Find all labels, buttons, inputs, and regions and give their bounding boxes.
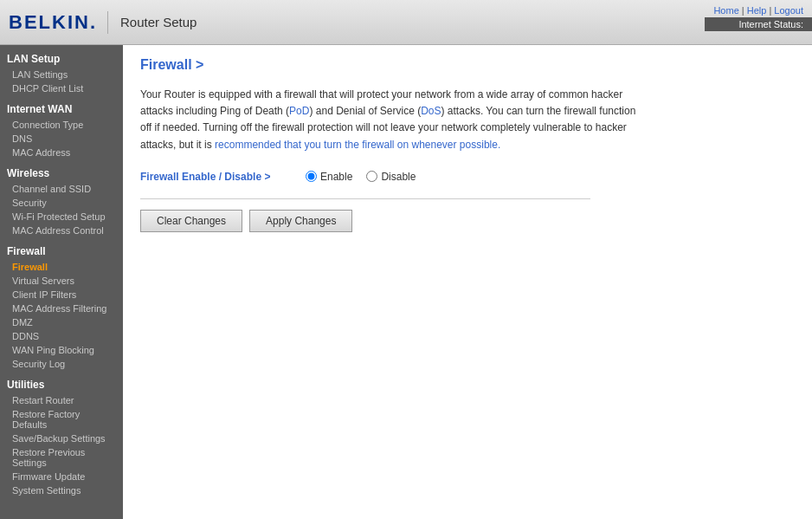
header: BELKIN. Router Setup Home | Help | Logou… [0, 0, 812, 45]
sidebar-section-internet-wan: Internet WAN [0, 99, 123, 118]
page-title: Firewall > [140, 57, 795, 73]
pod-link[interactable]: PoD [289, 105, 309, 117]
internet-status-label: Internet Status: [738, 19, 803, 29]
sidebar-item-restore-factory-defaults[interactable]: Restore Factory Defaults [0, 407, 123, 431]
apply-changes-button[interactable]: Apply Changes [249, 210, 352, 232]
sidebar-item-system-settings[interactable]: System Settings [0, 483, 123, 497]
logout-link[interactable]: Logout [774, 5, 803, 16]
sidebar-item-client-ip-filters[interactable]: Client IP Filters [0, 288, 123, 302]
layout: LAN Setup LAN Settings DHCP Client List … [0, 45, 812, 519]
button-row: Clear Changes Apply Changes [140, 210, 795, 232]
sidebar-item-dhcp-client-list[interactable]: DHCP Client List [0, 81, 123, 95]
sidebar-section-firewall: Firewall [0, 241, 123, 260]
sidebar-item-security-log[interactable]: Security Log [0, 357, 123, 371]
main-content: Firewall > Your Router is equipped with … [123, 45, 812, 519]
sidebar-item-connection-type[interactable]: Connection Type [0, 118, 123, 132]
firewall-enable-disable-row: Firewall Enable / Disable > Enable Disab… [140, 171, 795, 183]
sidebar-section-lan-setup: LAN Setup [0, 49, 123, 68]
belkin-logo: BELKIN. [9, 11, 108, 34]
sidebar-item-channel-ssid[interactable]: Channel and SSID [0, 182, 123, 196]
sidebar-item-virtual-servers[interactable]: Virtual Servers [0, 274, 123, 288]
clear-changes-button[interactable]: Clear Changes [140, 210, 242, 232]
sidebar-item-dmz[interactable]: DMZ [0, 315, 123, 329]
sidebar-item-wan-ping-blocking[interactable]: WAN Ping Blocking [0, 343, 123, 357]
sidebar-item-firewall[interactable]: Firewall [0, 260, 123, 274]
help-link[interactable]: Help [747, 5, 767, 16]
sidebar-item-dns[interactable]: DNS [0, 132, 123, 146]
sidebar: LAN Setup LAN Settings DHCP Client List … [0, 45, 123, 519]
sidebar-item-save-backup-settings[interactable]: Save/Backup Settings [0, 431, 123, 445]
sidebar-section-utilities: Utilities [0, 374, 123, 393]
nav-links: Home | Help | Logout [705, 0, 812, 17]
sidebar-item-mac-address-control[interactable]: MAC Address Control [0, 224, 123, 237]
router-setup-title: Router Setup [120, 15, 197, 29]
firewall-enable-disable-label: Firewall Enable / Disable > [140, 171, 292, 183]
enable-radio-option[interactable]: Enable [306, 171, 352, 183]
description: Your Router is equipped with a firewall … [140, 87, 642, 153]
sidebar-item-firmware-update[interactable]: Firmware Update [0, 470, 123, 483]
sidebar-item-restart-router[interactable]: Restart Router [0, 393, 123, 407]
recommendation-text: recommended that you turn the firewall o… [215, 139, 500, 151]
sidebar-section-wireless: Wireless [0, 163, 123, 182]
dos-link[interactable]: DoS [421, 105, 441, 117]
sidebar-item-lan-settings[interactable]: LAN Settings [0, 68, 123, 81]
internet-status-bar: Internet Status: [705, 17, 812, 31]
disable-label: Disable [381, 171, 416, 183]
description-text: Your Router is equipped with a firewall … [140, 88, 635, 151]
sidebar-item-wifi-protected-setup[interactable]: Wi-Fi Protected Setup [0, 210, 123, 224]
section-divider [140, 198, 590, 199]
disable-radio[interactable] [366, 171, 377, 182]
disable-radio-option[interactable]: Disable [366, 171, 416, 183]
sidebar-item-mac-address[interactable]: MAC Address [0, 146, 123, 159]
sidebar-item-mac-address-filtering[interactable]: MAC Address Filtering [0, 302, 123, 315]
enable-label: Enable [320, 171, 352, 183]
enable-radio[interactable] [306, 171, 317, 182]
sidebar-item-restore-previous-settings[interactable]: Restore Previous Settings [0, 445, 123, 470]
sidebar-item-ddns[interactable]: DDNS [0, 329, 123, 343]
sidebar-item-security[interactable]: Security [0, 196, 123, 210]
header-right: Home | Help | Logout Internet Status: [705, 0, 812, 31]
home-link[interactable]: Home [713, 5, 738, 16]
